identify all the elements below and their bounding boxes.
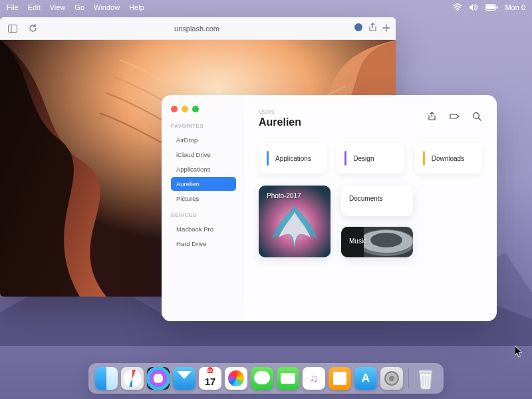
close-button[interactable] (171, 106, 178, 112)
cursor-icon (515, 346, 523, 360)
finder-content: Users Aurelien Applications Design Downl… (243, 95, 497, 321)
finder-sidebar: FAVORITES AirDrop iCloud Drive Applicati… (162, 95, 243, 321)
dock-app-appstore[interactable] (354, 367, 377, 390)
tile-music[interactable]: Music (341, 227, 413, 257)
tile-label: Photo-2017 (267, 192, 301, 200)
menubar-clock[interactable]: Mon 0 (505, 3, 525, 11)
menu-window[interactable]: Window (94, 3, 120, 11)
dock-app-photos[interactable] (225, 367, 247, 390)
dock-app-siri[interactable] (147, 367, 170, 390)
menu-file[interactable]: File (7, 3, 19, 11)
sidebar-item-macbook[interactable]: Macbook Pro (171, 222, 236, 236)
folder-downloads[interactable]: Downloads (415, 143, 482, 174)
svg-rect-17 (419, 370, 432, 373)
share-icon[interactable] (368, 23, 377, 35)
folder-applications[interactable]: Applications (259, 143, 326, 174)
calendar-day: 17 (205, 373, 216, 390)
sidebar-item-harddrive[interactable]: Hard Drive (171, 237, 236, 251)
address-url: unsplash.com (174, 25, 219, 33)
tile-label: Documents (349, 195, 383, 202)
sidebar-item-icloud[interactable]: iCloud Drive (171, 148, 236, 162)
safari-toolbar: unsplash.com (0, 17, 396, 40)
breadcrumb: Users (259, 108, 301, 115)
dock-app-finder[interactable] (95, 367, 118, 390)
folder-label: Applications (275, 155, 311, 162)
new-tab-icon[interactable] (382, 23, 390, 35)
volume-icon[interactable] (469, 3, 478, 11)
sidebar-item-applications[interactable]: Applications (171, 162, 236, 176)
dock-app-trash[interactable] (414, 367, 437, 390)
sidebar-heading-devices: DEVICES (171, 212, 236, 218)
sidebar-item-airdrop[interactable]: AirDrop (171, 133, 236, 147)
tile-photo-2017[interactable]: Photo-2017 (259, 186, 331, 257)
svg-point-8 (473, 113, 479, 119)
dock: JUL 17 (88, 363, 444, 394)
menu-help[interactable]: Help (129, 3, 144, 11)
sidebar-item-aurelien[interactable]: Aurelien (171, 177, 236, 191)
sidebar-heading-favorites: FAVORITES (171, 123, 236, 129)
menu-edit[interactable]: Edit (28, 3, 41, 11)
dock-app-facetime[interactable] (277, 367, 299, 390)
dock-app-system-preferences[interactable] (380, 367, 403, 390)
menu-view[interactable]: View (50, 3, 66, 11)
share-icon[interactable] (426, 111, 437, 122)
search-icon[interactable] (471, 111, 482, 122)
svg-point-15 (370, 233, 402, 247)
svg-point-6 (354, 23, 362, 31)
dock-app-messages[interactable] (251, 367, 273, 390)
zoom-button[interactable] (192, 106, 199, 112)
menu-go[interactable]: Go (74, 3, 84, 11)
address-bar[interactable]: unsplash.com (45, 25, 348, 33)
tile-documents[interactable]: Documents (341, 186, 413, 216)
battery-icon[interactable] (485, 4, 498, 11)
tile-label: Music (349, 237, 366, 245)
minimize-button[interactable] (182, 106, 188, 112)
finder-window[interactable]: FAVORITES AirDrop iCloud Drive Applicati… (162, 95, 497, 321)
svg-rect-3 (497, 6, 498, 9)
dock-separator (408, 368, 409, 388)
dock-app-itunes[interactable] (303, 367, 325, 390)
dock-app-mail[interactable] (173, 367, 196, 390)
menubar: File Edit View Go Window Help Mon 0 (0, 0, 532, 15)
svg-rect-2 (486, 5, 495, 9)
tag-icon[interactable] (449, 111, 460, 122)
folder-label: Design (353, 155, 374, 162)
dock-app-calendar[interactable]: JUL 17 (199, 367, 221, 390)
sidebar-item-pictures[interactable]: Pictures (171, 192, 236, 205)
svg-line-9 (479, 118, 481, 121)
dock-app-ibooks[interactable] (329, 367, 351, 390)
finder-title: Aurelien (259, 116, 301, 128)
sidebar-toggle-icon[interactable] (5, 21, 20, 36)
wifi-icon[interactable] (453, 3, 462, 11)
svg-rect-4 (9, 25, 17, 32)
calendar-month: JUL (207, 367, 213, 373)
reload-icon[interactable] (25, 21, 40, 36)
window-controls (171, 106, 236, 112)
svg-point-0 (457, 10, 458, 11)
dock-app-safari[interactable] (121, 367, 144, 390)
privacy-report-icon[interactable] (354, 23, 363, 35)
folder-label: Downloads (432, 155, 464, 162)
folder-design[interactable]: Design (336, 143, 404, 174)
